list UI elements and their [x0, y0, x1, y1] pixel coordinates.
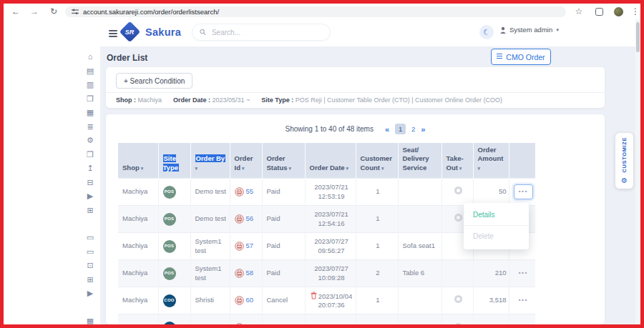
stack-icon[interactable]: ≣	[87, 122, 93, 131]
cell-take-out	[441, 314, 473, 324]
menu-board-icon[interactable]: ▥	[87, 80, 94, 89]
column-header-order-status[interactable]: Order Status ▾	[262, 143, 305, 179]
sort-caret-icon: ▾	[195, 166, 198, 171]
menu-item-delete[interactable]: Delete	[464, 229, 529, 243]
column-header-shop[interactable]: Shop ▾	[118, 143, 158, 179]
upload-icon[interactable]: ↥	[87, 164, 93, 172]
filter-item: Site Type : POS Reji | Customer Table Or…	[261, 96, 502, 104]
table-icon[interactable]: ▦	[87, 317, 94, 325]
browser-toolbar: ← → ↻ account.sakurareji.com/order/order…	[4, 4, 640, 19]
cell-order-amount: 50	[473, 179, 509, 206]
cell-seat	[398, 179, 441, 206]
column-header-order-amount[interactable]: Order Amount ▾	[473, 143, 509, 179]
column-label: Shop	[122, 164, 140, 172]
cmo-order-button[interactable]: CMO Order	[491, 49, 551, 65]
cell-customer-count: 1	[356, 314, 398, 324]
table-summary-row: Showing 1 to 40 of 48 items « 1 2 »	[106, 124, 605, 134]
settings-icon[interactable]: ⚙	[87, 136, 94, 144]
delivery-icon[interactable]: ⊞	[87, 206, 93, 214]
pagination-prev[interactable]: «	[385, 125, 389, 134]
device-icon[interactable]: ⊟	[87, 178, 93, 187]
cell-take-out	[441, 287, 473, 314]
row-actions-button[interactable]: •••	[516, 323, 531, 324]
column-header-take-out[interactable]: Take-Out ▾	[441, 143, 473, 179]
column-header-order-id[interactable]: Order Id ▾	[230, 143, 262, 179]
order-table-card: Showing 1 to 40 of 48 items « 1 2 » Shop…	[106, 114, 605, 324]
copy-icon[interactable]: ❐	[87, 94, 94, 103]
order-id-link[interactable]: 58	[246, 269, 254, 277]
url-text[interactable]: account.sakurareji.com/order/orderlistse…	[83, 8, 219, 16]
cell-site-type: POS	[158, 260, 190, 287]
cell-seat	[398, 206, 441, 233]
cell-shop: Machiya	[118, 206, 158, 233]
card-icon[interactable]: ▭	[87, 233, 94, 242]
cell-order-by: Shristi	[190, 287, 230, 314]
row-actions-button[interactable]: •••	[516, 268, 531, 278]
dark-mode-toggle[interactable]: ☾	[479, 25, 494, 39]
column-header-customer-count[interactable]: Customer Count ▾	[356, 143, 398, 179]
cell-shop: Machiya	[118, 233, 158, 260]
printer-icon	[235, 323, 244, 324]
row-actions-menu: Details Delete	[464, 203, 529, 249]
orders-icon[interactable]: ▤	[87, 66, 94, 75]
reports-icon[interactable]: ❐	[87, 150, 94, 159]
extensions-icon[interactable]	[592, 4, 605, 19]
cell-seat: Table 6	[398, 260, 441, 287]
home-icon[interactable]: ⌂	[88, 52, 93, 61]
video-icon[interactable]: ▶	[87, 192, 93, 200]
cell-order-by: Demo test	[190, 206, 230, 233]
user-menu[interactable]: System admin ▼	[499, 26, 560, 34]
cell-customer-count: 2	[356, 260, 398, 287]
page-scrollbar[interactable]	[635, 19, 640, 324]
cell-actions: •••	[509, 287, 535, 314]
filter-value: POS Reji | Customer Table Order (CTO) | …	[296, 96, 502, 104]
order-id-link[interactable]: 61	[246, 324, 254, 324]
row-actions-button[interactable]: •••	[516, 295, 531, 305]
video-icon-2[interactable]: ▶	[87, 289, 93, 297]
printer-icon	[235, 296, 244, 305]
truck-icon[interactable]: ⊞	[87, 275, 93, 284]
cell-order-date: 2023/07/2112:54:16	[305, 206, 356, 233]
cell-site-type: POS	[158, 233, 190, 260]
card-icon-2[interactable]: ▭	[87, 247, 94, 256]
scrollbar-thumb[interactable]	[636, 22, 640, 52]
address-bar[interactable]: account.sakurareji.com/order/orderlistse…	[65, 6, 566, 17]
cell-seat	[398, 287, 441, 314]
sort-caret-icon: ▾	[458, 166, 462, 171]
cell-order-id: 60	[230, 287, 262, 314]
cell-order-date: 2023/10/0420:07:36	[305, 287, 356, 314]
customize-button[interactable]: CUSTOMIZE ⚙	[615, 133, 633, 189]
order-row: MachiyaCOOShristi60Cancel2023/10/0420:07…	[118, 287, 535, 314]
pagination-page-2[interactable]: 2	[411, 125, 415, 133]
browser-menu-icon[interactable]: ⋮	[629, 4, 642, 19]
search-condition-button[interactable]: + Search Condition	[116, 73, 192, 89]
back-icon[interactable]: ←	[9, 4, 22, 19]
order-id-link[interactable]: 60	[246, 296, 254, 304]
order-id-link[interactable]: 57	[246, 242, 254, 250]
global-search[interactable]	[192, 24, 331, 41]
menu-item-details[interactable]: Details	[464, 208, 529, 222]
cell-order-date: 2023/10/04	[305, 314, 356, 324]
cell-order-by: Demo test	[190, 179, 230, 206]
column-label: Site Type	[163, 154, 179, 171]
pagination-next[interactable]: »	[421, 125, 425, 134]
sidebar-toggle-icon[interactable]	[109, 30, 117, 39]
column-header-order-date[interactable]: Order Date ▾	[305, 143, 356, 179]
profile-avatar[interactable]	[612, 4, 625, 19]
chart-icon[interactable]: ⊡	[87, 261, 93, 269]
forward-icon[interactable]: →	[28, 4, 41, 19]
pagination-page-1[interactable]: 1	[395, 124, 406, 134]
column-header-order-by[interactable]: Order By ▾	[190, 143, 230, 179]
row-actions-button[interactable]: •••	[514, 184, 533, 199]
bookmark-star-icon[interactable]: ☆	[572, 4, 585, 19]
sakura-logo[interactable]: SR	[119, 21, 141, 43]
order-id-link[interactable]: 56	[246, 214, 254, 223]
site-info-icon[interactable]	[72, 8, 79, 15]
showing-items-text: Showing 1 to 40 of 48 items	[286, 125, 374, 133]
grid-icon[interactable]: ▦	[87, 108, 94, 116]
reload-icon[interactable]: ↻	[47, 4, 60, 19]
site-type-badge: COO	[163, 294, 176, 307]
search-input[interactable]	[210, 28, 323, 37]
cell-order-status: Paid	[262, 233, 305, 260]
order-id-link[interactable]: 55	[246, 187, 254, 196]
